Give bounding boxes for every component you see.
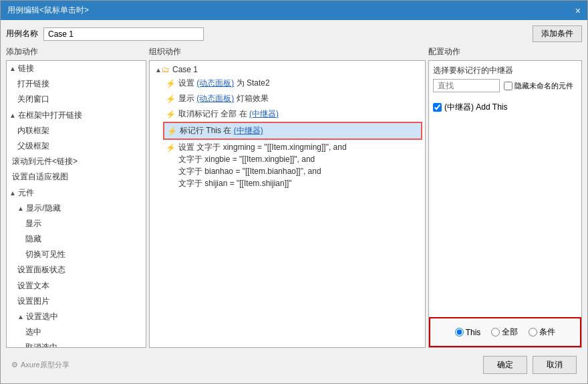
watermark-text: Axure原型分享	[21, 360, 69, 370]
actions-container: ⚡ 设置 (动态面板) 为 State2 ⚡ 显示 (动态面板) 灯箱效果 ⚡ …	[152, 76, 422, 191]
group-links[interactable]: ▲ 链接	[7, 61, 146, 76]
case-root-label: Case 1	[172, 65, 198, 74]
case-name-row: 用例名称 添加条件	[6, 25, 582, 42]
action-tree: ▲ 🗂 Case 1 ⚡ 设置 (动态面板) 为 State2	[150, 61, 425, 193]
action-inline-frame[interactable]: 内联框架	[7, 123, 146, 138]
radio-section: This 全部 条件	[429, 317, 581, 347]
action-toggle-visible[interactable]: 切换可见性	[7, 247, 146, 262]
main-window: 用例编辑<鼠标单击时> × 用例名称 添加条件 添加动作 ▲ 链接 打开链接	[0, 0, 588, 384]
case-root: ▲ 🗂 Case 1	[152, 64, 422, 76]
action-hide[interactable]: 隐藏	[7, 231, 146, 247]
action-row-3[interactable]: ⚡ 取消标记行 全部 在 (中继器)	[163, 106, 422, 122]
relay-label-1: (中继器) Add This	[444, 102, 507, 113]
action-row-4[interactable]: ⚡ 标记行 This 在 (中继器)	[163, 122, 422, 140]
action-open-link[interactable]: 打开链接	[7, 76, 146, 92]
radio-condition-label: 条件	[539, 326, 555, 338]
radio-all-label: 全部	[502, 326, 518, 338]
group-set-selected[interactable]: ▲ 设置选中	[7, 309, 146, 324]
radio-this[interactable]: This	[455, 328, 481, 337]
relay-checkbox-1[interactable]	[433, 103, 442, 112]
right-header: 配置动作	[428, 46, 582, 58]
action-close-window[interactable]: 关闭窗口	[7, 92, 146, 107]
radio-all[interactable]: 全部	[491, 326, 518, 338]
close-icon[interactable]: ×	[575, 5, 581, 16]
right-top-section: 选择要标记行的中继器 隐藏未命名的元件	[429, 61, 581, 99]
left-header: 添加动作	[6, 46, 146, 58]
middle-header: 组织动作	[149, 46, 426, 58]
three-columns: 添加动作 ▲ 链接 打开链接 关闭窗口 ▲ 在框架中打开链接 内联框架 父级框架	[6, 46, 582, 348]
right-panel: 选择要标记行的中继器 隐藏未命名的元件 (中继器) Add Th	[428, 60, 582, 348]
action-text-1: 设置 (动态面板) 为 State2	[178, 77, 270, 89]
selector-label: 选择要标记行的中继器	[433, 65, 577, 76]
search-input[interactable]	[433, 79, 500, 92]
radio-row: This 全部 条件	[436, 324, 575, 341]
search-row: 隐藏未命名的元件	[433, 79, 577, 92]
folder-icon: 🗂	[162, 65, 170, 74]
bottom-bar: ⚙ Axure原型分享 确定 取消	[6, 352, 582, 378]
action-row-5[interactable]: ⚡ 设置 文字于 xingming = "[[Item.xingming]]",…	[163, 140, 422, 191]
group-open-in-frame[interactable]: ▲ 在框架中打开链接	[7, 108, 146, 123]
middle-scroll[interactable]: ▲ 🗂 Case 1 ⚡ 设置 (动态面板) 为 State2	[150, 61, 425, 347]
radio-all-input[interactable]	[491, 328, 500, 337]
left-column: 添加动作 ▲ 链接 打开链接 关闭窗口 ▲ 在框架中打开链接 内联框架 父级框架	[6, 46, 146, 348]
hide-unnamed-checkbox[interactable]	[504, 82, 512, 90]
gear-icon: ⚙	[11, 361, 18, 369]
relay-item-1[interactable]: (中继器) Add This	[430, 100, 580, 114]
lightning-icon-2: ⚡	[166, 93, 176, 105]
content-area: 用例名称 添加条件 添加动作 ▲ 链接 打开链接 关闭窗口 ▲	[1, 20, 587, 383]
radio-this-input[interactable]	[455, 328, 464, 337]
action-adaptive-view[interactable]: 设置自适应视图	[7, 169, 146, 185]
confirm-button[interactable]: 确定	[483, 356, 527, 374]
hide-unnamed-label: 隐藏未命名的元件	[504, 81, 573, 91]
action-select[interactable]: 选中	[7, 324, 146, 340]
group-element[interactable]: ▲ 元件	[7, 185, 146, 201]
action-deselect[interactable]: 取消选中	[7, 340, 146, 347]
middle-panel: ▲ 🗂 Case 1 ⚡ 设置 (动态面板) 为 State2	[149, 60, 426, 348]
case-name-input[interactable]	[43, 27, 204, 41]
radio-this-label: This	[466, 328, 481, 337]
title-bar: 用例编辑<鼠标单击时> ×	[1, 1, 587, 20]
group-show-hide[interactable]: ▲ 显示/隐藏	[7, 201, 146, 216]
action-scroll-to[interactable]: 滚动到元件<链接>	[7, 154, 146, 169]
action-text-2: 显示 (动态面板) 灯箱效果	[178, 92, 269, 104]
action-show[interactable]: 显示	[7, 216, 146, 231]
left-panel: ▲ 链接 打开链接 关闭窗口 ▲ 在框架中打开链接 内联框架 父级框架 滚动到元…	[6, 60, 146, 348]
action-text-3: 取消标记行 全部 在 (中继器)	[178, 108, 279, 120]
action-row-2[interactable]: ⚡ 显示 (动态面板) 灯箱效果	[163, 91, 422, 106]
right-column: 配置动作 选择要标记行的中继器 隐藏未命名的元件	[428, 46, 582, 348]
watermark: ⚙ Axure原型分享	[11, 360, 69, 370]
lightning-icon-3: ⚡	[166, 108, 176, 120]
case-name-label: 用例名称	[6, 28, 38, 39]
action-set-panel-state[interactable]: 设置面板状态	[7, 262, 146, 278]
action-row-1[interactable]: ⚡ 设置 (动态面板) 为 State2	[163, 76, 422, 91]
add-condition-button[interactable]: 添加条件	[533, 25, 582, 42]
radio-condition[interactable]: 条件	[529, 326, 555, 338]
action-set-image[interactable]: 设置图片	[7, 294, 146, 309]
middle-column: 组织动作 ▲ 🗂 Case 1 ⚡ 设置	[149, 46, 426, 348]
lightning-icon-4: ⚡	[167, 125, 177, 137]
relay-list[interactable]: (中继器) Add This	[429, 99, 581, 314]
action-text-5: 设置 文字于 xingming = "[[Item.xingming]]", a…	[178, 141, 347, 189]
lightning-icon-5: ⚡	[166, 142, 176, 154]
cancel-button[interactable]: 取消	[533, 356, 577, 374]
radio-condition-input[interactable]	[529, 328, 537, 337]
action-text-4: 标记行 This 在 (中继器)	[180, 124, 263, 136]
lightning-icon-1: ⚡	[166, 78, 176, 90]
title-text: 用例编辑<鼠标单击时>	[7, 5, 89, 16]
left-scroll[interactable]: ▲ 链接 打开链接 关闭窗口 ▲ 在框架中打开链接 内联框架 父级框架 滚动到元…	[7, 61, 146, 347]
action-set-text[interactable]: 设置文本	[7, 278, 146, 294]
hide-unnamed-text: 隐藏未命名的元件	[514, 81, 573, 91]
action-parent-frame[interactable]: 父级框架	[7, 138, 146, 154]
